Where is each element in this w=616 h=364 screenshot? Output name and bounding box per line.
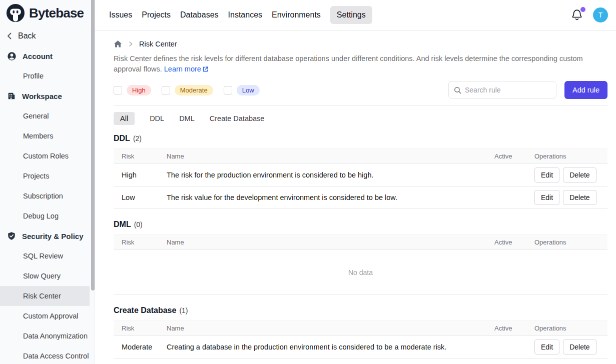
sidebar-section-label: Account	[23, 52, 53, 60]
moderate-risk-badge: Moderate	[175, 85, 213, 96]
column-name: Name	[167, 238, 494, 246]
low-filter-checkbox[interactable]	[224, 86, 232, 94]
brand-logo[interactable]: Bytebase	[0, 0, 95, 26]
section-name: DDL	[114, 134, 130, 143]
section-name: Create Database	[114, 306, 176, 315]
risk-center-page: Risk Center Risk Center defines the risk…	[95, 30, 616, 358]
table-header-row: Risk Name Active Operations	[114, 320, 607, 336]
sidebar-item-custom-roles[interactable]: Custom Roles	[0, 146, 95, 166]
column-risk: Risk	[122, 238, 167, 246]
section-title: DML (0)	[114, 220, 607, 229]
sidebar-item-data-access-control[interactable]: Data Access Control	[0, 346, 95, 364]
add-rule-button[interactable]: Add rule	[564, 81, 607, 99]
sidebar-item-profile[interactable]: Profile	[0, 66, 95, 86]
column-active: Active	[494, 152, 534, 160]
edit-button[interactable]: Edit	[534, 190, 559, 205]
delete-button[interactable]: Delete	[563, 190, 596, 205]
row-operations: Edit Delete	[534, 190, 599, 205]
edit-button[interactable]: Edit	[534, 340, 559, 354]
sidebar-item-debug-log[interactable]: Debug Log	[0, 206, 95, 226]
search-rule-box	[448, 82, 556, 98]
sidebar-item-risk-center[interactable]: Risk Center	[0, 286, 90, 306]
nav-item-projects[interactable]: Projects	[142, 10, 171, 20]
sidebar-item-label: Data Anonymization	[23, 332, 88, 340]
back-chevron-icon	[5, 32, 14, 40]
settings-sidebar: Bytebase Back Account Profile	[0, 0, 95, 364]
tab-all[interactable]: All	[114, 112, 135, 125]
column-name: Name	[167, 324, 494, 332]
learn-more-link[interactable]: Learn more	[164, 65, 201, 73]
nav-item-settings[interactable]: Settings	[330, 6, 372, 24]
page-description: Risk Center defines the risk levels for …	[114, 54, 607, 74]
filter-group-high: High	[114, 85, 151, 96]
sidebar-scrollbar[interactable]	[91, 0, 95, 290]
bytebase-logo-icon	[6, 4, 25, 22]
nav-item-databases[interactable]: Databases	[180, 10, 219, 20]
tab-dml[interactable]: DML	[179, 114, 195, 122]
home-icon[interactable]	[114, 40, 122, 48]
sidebar-item-label: Custom Roles	[23, 152, 69, 160]
tab-ddl[interactable]: DDL	[150, 114, 164, 122]
high-filter-checkbox[interactable]	[114, 86, 122, 94]
nav-item-instances[interactable]: Instances	[228, 10, 262, 20]
column-operations: Operations	[534, 152, 599, 160]
nav-item-issues[interactable]: Issues	[109, 10, 132, 20]
table-header-row: Risk Name Active Operations	[114, 234, 607, 250]
toggle-knob	[503, 198, 511, 206]
filter-group-moderate: Moderate	[162, 85, 213, 96]
top-nav-right: T	[571, 8, 608, 22]
sidebar-item-label: Profile	[23, 72, 44, 80]
sidebar-item-projects[interactable]: Projects	[0, 166, 95, 186]
sidebar-item-subscription[interactable]: Subscription	[0, 186, 95, 206]
table-row: Moderate Creating a database in the prod…	[114, 336, 607, 358]
search-icon	[454, 86, 461, 94]
sidebar-section-security-policy: Security & Policy	[0, 226, 95, 246]
delete-button[interactable]: Delete	[563, 168, 596, 182]
back-button[interactable]: Back	[0, 26, 95, 46]
column-name: Name	[167, 152, 494, 160]
edit-button[interactable]: Edit	[534, 168, 559, 182]
sidebar-item-label: General	[23, 112, 49, 120]
section-count: (1)	[179, 306, 188, 314]
sidebar-section-label: Security & Policy	[22, 232, 84, 240]
delete-button[interactable]: Delete	[563, 340, 596, 354]
filter-group-low: Low	[224, 85, 260, 96]
sidebar-item-general[interactable]: General	[0, 106, 95, 126]
row-operations: Edit Delete	[534, 168, 599, 182]
brand-name: Bytebase	[29, 6, 84, 21]
breadcrumb-chevron-icon	[128, 41, 134, 47]
risk-level-filter-row: High Moderate Low	[114, 81, 607, 106]
table-row: High The risk for the production environ…	[114, 164, 607, 186]
filter-right-controls: Add rule	[448, 81, 607, 99]
no-data-placeholder: No data	[114, 250, 607, 295]
section-name: DML	[114, 220, 131, 229]
section-ddl: DDL (2) Risk Name Active Operations High…	[114, 134, 607, 209]
sidebar-item-label: Risk Center	[23, 292, 61, 300]
sidebar-item-members[interactable]: Members	[0, 126, 95, 146]
row-risk: Moderate	[122, 343, 167, 351]
back-label: Back	[18, 32, 36, 40]
toggle-knob	[503, 176, 511, 184]
dml-rules-table: Risk Name Active Operations No data	[114, 234, 607, 295]
shield-icon	[7, 232, 16, 240]
sidebar-section-label: Workspace	[22, 92, 62, 100]
row-name: The risk value for the development envir…	[167, 194, 494, 202]
sidebar-item-slow-query[interactable]: Slow Query	[0, 266, 95, 286]
create-database-rules-table: Risk Name Active Operations Moderate Cre…	[114, 320, 607, 358]
nav-item-environments[interactable]: Environments	[272, 10, 321, 20]
notification-bell-icon[interactable]	[571, 8, 584, 22]
avatar[interactable]: T	[593, 8, 608, 22]
section-title: DDL (2)	[114, 134, 607, 143]
sidebar-item-label: Custom Approval	[23, 312, 78, 320]
moderate-filter-checkbox[interactable]	[162, 86, 170, 94]
row-risk: Low	[122, 194, 167, 202]
sidebar-item-sql-review[interactable]: SQL Review	[0, 246, 95, 266]
sidebar-item-data-anonymization[interactable]: Data Anonymization	[0, 326, 95, 346]
column-risk: Risk	[122, 152, 167, 160]
column-active: Active	[494, 238, 534, 246]
tab-create-database[interactable]: Create Database	[210, 114, 265, 122]
notification-dot	[580, 7, 585, 12]
search-rule-input[interactable]	[465, 86, 555, 94]
sidebar-item-custom-approval[interactable]: Custom Approval	[0, 306, 95, 326]
low-risk-badge: Low	[237, 85, 260, 96]
